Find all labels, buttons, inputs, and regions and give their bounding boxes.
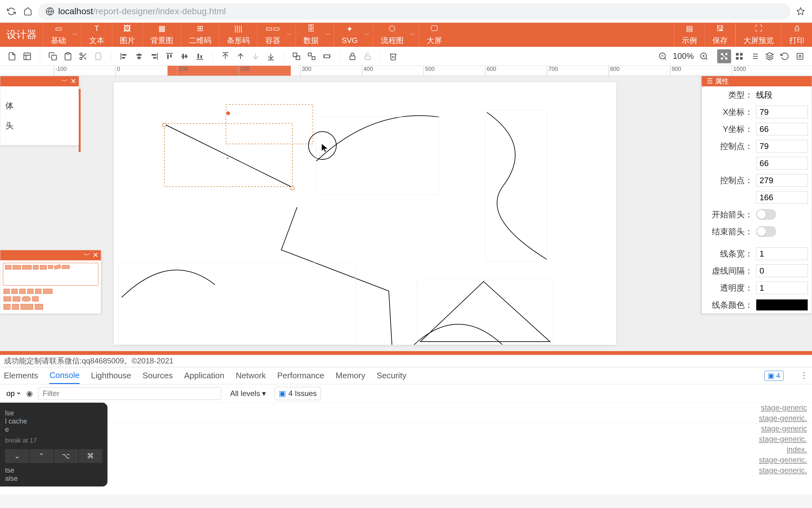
- cut-icon[interactable]: [76, 49, 90, 63]
- cp1x-input[interactable]: [756, 140, 808, 153]
- svg-rect-24: [182, 53, 184, 58]
- cp2x-input[interactable]: [756, 174, 808, 186]
- source-link[interactable]: stage-generic: [761, 424, 807, 433]
- page-thumbnails[interactable]: [0, 260, 101, 313]
- devtools-tab-lighthouse[interactable]: Lighthouse: [91, 367, 131, 384]
- bring-front-icon[interactable]: [219, 49, 232, 63]
- log-levels-select[interactable]: All levels▾: [226, 387, 270, 400]
- devtools-tab-console[interactable]: Console: [49, 367, 79, 384]
- settings-icon[interactable]: [793, 49, 807, 63]
- devtools-tab-sources[interactable]: Sources: [143, 367, 173, 384]
- home-icon[interactable]: [21, 5, 34, 18]
- source-link[interactable]: index.: [787, 445, 807, 454]
- devtools-tab-network[interactable]: Network: [236, 367, 266, 384]
- view-list-icon[interactable]: [748, 49, 761, 63]
- align-top-icon[interactable]: [162, 49, 176, 63]
- new-file-icon[interactable]: [5, 49, 19, 63]
- align-right-icon[interactable]: [147, 49, 161, 63]
- end-arrow-toggle[interactable]: [756, 226, 776, 237]
- address-field[interactable]: localhost/report-designer/index-debug.ht…: [38, 3, 791, 19]
- devtools-tab-application[interactable]: Application: [184, 367, 224, 384]
- toolbar-data[interactable]: 🗄数据﹀: [295, 23, 334, 47]
- toolbar-save[interactable]: 🖫保存: [705, 23, 735, 47]
- devtools-tab-performance[interactable]: Performance: [277, 367, 324, 384]
- toolbar-example[interactable]: ▤示例: [674, 23, 705, 47]
- step-into-icon[interactable]: ⌃: [30, 449, 54, 463]
- devtools-more-icon[interactable]: ⋮: [800, 371, 808, 381]
- align-center-h-icon[interactable]: [132, 49, 146, 63]
- toolbar-label: 背景图: [150, 35, 173, 46]
- ungroup-icon[interactable]: [305, 49, 319, 63]
- toolbar-svg[interactable]: ✦SVG﹀: [334, 23, 373, 47]
- source-link[interactable]: stage-generic.: [759, 466, 807, 475]
- opacity-input[interactable]: [756, 282, 808, 294]
- devtools-message-badge[interactable]: ▣4: [764, 371, 783, 381]
- align-left-icon[interactable]: [117, 49, 131, 63]
- panel-close-icon[interactable]: ✕: [70, 77, 76, 85]
- toolbar-bgimage[interactable]: ▦背景图: [143, 23, 181, 47]
- live-expression-icon[interactable]: ◉: [26, 389, 33, 398]
- delete-icon[interactable]: [386, 49, 400, 63]
- panel-minimize-icon[interactable]: ﹀: [83, 251, 90, 260]
- issues-button[interactable]: ▣4 Issues: [275, 387, 321, 400]
- view-grid-icon[interactable]: [732, 49, 746, 63]
- console-filter-input[interactable]: [38, 387, 221, 400]
- svg-rect-39: [365, 56, 370, 59]
- design-canvas[interactable]: [114, 82, 616, 345]
- x-input[interactable]: [756, 105, 808, 118]
- view-tree-icon[interactable]: [717, 49, 731, 63]
- start-arrow-toggle[interactable]: [756, 209, 776, 220]
- step-out-icon[interactable]: ⌥: [54, 449, 78, 463]
- console-line: index.: [0, 444, 812, 455]
- devtools-tab-memory[interactable]: Memory: [336, 367, 366, 384]
- paste-icon[interactable]: [61, 49, 75, 63]
- zoom-in-icon[interactable]: [697, 49, 711, 63]
- toolbar-qrcode[interactable]: ⊞二维码: [181, 23, 219, 47]
- context-select[interactable]: op: [4, 387, 21, 399]
- dash-input[interactable]: [756, 264, 808, 277]
- panel-close-icon[interactable]: ✕: [93, 251, 98, 259]
- svg-rect-27: [198, 53, 199, 58]
- template-icon[interactable]: [20, 49, 34, 63]
- toolbar-flow[interactable]: ⬡流程图﹀: [373, 23, 419, 47]
- svg-point-67: [226, 111, 230, 115]
- list-item[interactable]: 头: [5, 120, 74, 131]
- bookmark-star-icon[interactable]: [794, 5, 807, 18]
- source-link[interactable]: stage-generic: [761, 403, 807, 412]
- toolbar-print[interactable]: ⎙打印: [781, 23, 812, 47]
- toolbar-image[interactable]: 🖼图片: [112, 23, 143, 47]
- resume-icon[interactable]: ⌘: [79, 449, 103, 463]
- align-bottom-icon[interactable]: [193, 49, 207, 63]
- merge-icon[interactable]: [320, 49, 334, 63]
- source-link[interactable]: stage-generic.: [759, 414, 807, 423]
- toolbar-container[interactable]: ▭▭容器﹀: [257, 23, 295, 47]
- source-link[interactable]: stage-generic.: [759, 456, 807, 464]
- step-over-icon[interactable]: ⌄: [5, 449, 29, 463]
- copy-icon[interactable]: [46, 49, 60, 63]
- send-back-icon[interactable]: [264, 49, 278, 63]
- source-link[interactable]: stage-generic.: [759, 435, 807, 443]
- linewidth-input[interactable]: [756, 247, 808, 260]
- toolbar-text[interactable]: T文本: [81, 23, 112, 47]
- toolbar-bigscreen[interactable]: 🖵大屏: [419, 23, 449, 47]
- toolbar-barcode[interactable]: ||||条形码: [219, 23, 257, 47]
- devtools-tab-security[interactable]: Security: [377, 367, 407, 384]
- layers-icon[interactable]: [763, 49, 777, 63]
- group-icon[interactable]: [290, 49, 303, 63]
- y-input[interactable]: [756, 123, 808, 135]
- toolbar-preview[interactable]: ⛶大屏预览: [735, 23, 781, 47]
- line-color-swatch[interactable]: [756, 299, 808, 311]
- lock-icon[interactable]: [345, 49, 360, 63]
- panel-title: 属性: [715, 77, 729, 86]
- panel-minimize-icon[interactable]: ﹀: [61, 77, 68, 86]
- align-middle-v-icon[interactable]: [178, 49, 192, 63]
- cp1y-input[interactable]: [756, 157, 808, 170]
- toolbar-base[interactable]: ▭基础﹀: [43, 23, 81, 47]
- bring-forward-icon[interactable]: [234, 49, 247, 63]
- reload-icon[interactable]: [5, 5, 18, 18]
- cp2y-input[interactable]: [756, 191, 808, 204]
- list-item[interactable]: 体: [5, 100, 74, 111]
- devtools-tab-elements[interactable]: Elements: [4, 367, 38, 384]
- history-icon[interactable]: [778, 49, 792, 63]
- zoom-out-icon[interactable]: [656, 49, 670, 63]
